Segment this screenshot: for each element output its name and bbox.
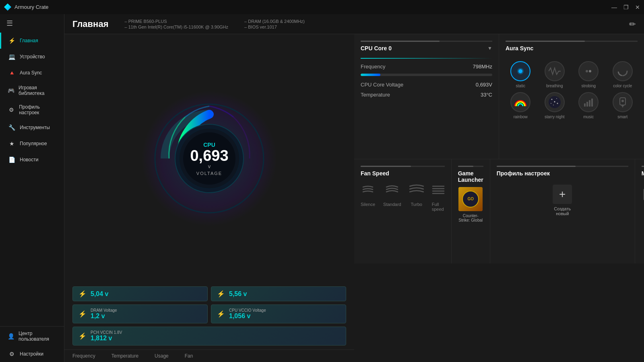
aura-starry-night[interactable]: starry night — [540, 92, 570, 119]
cpu-core-dropdown[interactable]: ▼ — [487, 45, 492, 51]
user-center-label: Центр пользователя — [19, 331, 58, 342]
voltage-label: CPU Core Voltage — [361, 82, 403, 88]
svg-rect-18 — [586, 102, 588, 107]
sidebar-item-device[interactable]: 💻 Устройство — [0, 49, 64, 65]
cpu-stats-panel: CPU Core 0 ▼ Frequency 798MHz CPU Co — [354, 34, 499, 159]
sidebar-item-aura[interactable]: 🔺 Aura Sync — [0, 65, 64, 81]
breathing-icon — [545, 61, 565, 81]
pch-voltage-card: ⚡ PCH VCCIN 1.8V 1,812 v — [72, 327, 346, 346]
create-new-profile-button[interactable]: + Создатьновый — [497, 185, 628, 216]
fan-options: Silence Standard — [361, 183, 445, 212]
frequency-label: Frequency — [361, 64, 385, 70]
profile-content: Войти Добро пожаловать в ARMOURY CRATE — [642, 181, 644, 206]
settings-label: Настройки — [20, 351, 43, 357]
titlebar-left: Armoury Crate — [4, 4, 49, 11]
fan-standard-icon — [386, 183, 398, 199]
news-icon: 📄 — [8, 156, 16, 164]
aura-scroll — [506, 41, 638, 42]
close-button[interactable]: ✕ — [635, 4, 640, 10]
voltage-bottom-row: ⚡ PCH VCCIN 1.8V 1,812 v — [72, 327, 346, 346]
col-usage: Usage — [155, 353, 169, 359]
fan-full-speed[interactable]: Full speed — [432, 183, 445, 212]
svg-point-6 — [586, 70, 588, 72]
fan-standard-label: Standard — [383, 202, 401, 207]
content-main: CPU 0,693 v VOLTAGE ⚡ 5,04 — [64, 34, 644, 362]
starry-night-icon — [545, 92, 565, 112]
game-csgo[interactable]: GO Counter-Strike: Global — [458, 187, 483, 222]
cpu-vccio-voltage-card: ⚡ CPU VCCIO Voltage 1,056 v — [211, 304, 346, 323]
voltage-row: CPU Core Voltage 0,693V — [361, 82, 492, 88]
cpu-label-bottom: VOLTAGE — [190, 171, 228, 175]
aura-breathing[interactable]: breathing — [540, 61, 570, 88]
settings-icon: ⚙ — [8, 350, 16, 358]
sidebar-item-news[interactable]: 📄 Новости — [0, 152, 64, 168]
fan-standard[interactable]: Standard — [383, 183, 401, 212]
svg-rect-20 — [591, 99, 593, 107]
sidebar-item-settings[interactable]: ⚙ Настройки — [0, 346, 64, 362]
sidebar-item-popular[interactable]: ★ Популярное — [0, 136, 64, 152]
sidebar-item-library[interactable]: 🎮 Игровая библиотека — [0, 81, 64, 100]
strobing-label: strobing — [581, 84, 596, 88]
minimize-button[interactable]: — — [611, 4, 617, 10]
fan-scroll-fill — [361, 166, 411, 167]
sidebar-item-tools[interactable]: 🔧 Инструменты — [0, 119, 64, 136]
cpu-gauge: CPU 0,693 v VOLTAGE — [149, 98, 270, 219]
popular-label: Популярное — [20, 141, 47, 146]
voltage-card-top-1: ⚡ 5,04 v — [72, 286, 208, 301]
sidebar-item-profile[interactable]: ⚙ Профиль настроек — [0, 100, 64, 119]
news-label: Новости — [20, 157, 38, 162]
right-panel: CPU Core 0 ▼ Frequency 798MHz CPU Co — [354, 34, 644, 362]
cpu-vccio-label: CPU VCCIO Voltage — [229, 308, 340, 313]
titlebar: Armoury Crate — ❐ ✕ — [0, 0, 644, 14]
bottom-row: Fan Speed Silence — [354, 159, 644, 263]
sidebar: ☰ ⚡ Главная 💻 Устройство 🔺 Aura Sync 🎮 И… — [0, 14, 64, 362]
popular-icon: ★ — [8, 140, 16, 148]
settings-scroll-fill — [497, 166, 576, 167]
cpu-unit: v — [190, 163, 228, 169]
cpu-stats-divider — [361, 58, 492, 59]
maximize-button[interactable]: ❐ — [623, 4, 629, 10]
content-header: Главная – PRIME B560-PLUS – 11th Gen Int… — [64, 14, 644, 34]
aura-rainbow[interactable]: rainbow — [506, 92, 536, 119]
temperature-label: Temperature — [361, 92, 390, 98]
header-edit-icon[interactable]: ✏ — [629, 19, 636, 29]
aura-static[interactable]: static — [506, 61, 536, 88]
frequency-bar — [361, 74, 492, 76]
aura-sync-panel: Aura Sync stat — [499, 34, 644, 159]
app-logo-icon — [4, 4, 11, 11]
csgo-logo: GO — [462, 191, 479, 208]
sidebar-bottom: 👤 Центр пользователя ⚙ Настройки — [0, 326, 64, 362]
titlebar-controls: — ❐ ✕ — [611, 4, 640, 10]
aura-smart[interactable]: smart — [608, 92, 638, 119]
hamburger-menu[interactable]: ☰ — [0, 14, 64, 33]
fan-silence[interactable]: Silence — [361, 183, 375, 212]
user-center-icon: 👤 — [8, 332, 14, 340]
static-icon — [510, 61, 530, 81]
settings-profile-panel: Профиль настроек + Создатьновый — [490, 159, 635, 263]
aura-strobing[interactable]: strobing — [574, 61, 604, 88]
tools-icon: 🔧 — [8, 123, 16, 132]
fan-turbo[interactable]: Turbo — [409, 183, 424, 212]
device-label: Устройство — [20, 54, 45, 60]
voltage-info-2: 5,56 v — [229, 290, 340, 298]
rainbow-label: rainbow — [514, 115, 528, 119]
profile-icon: ⚙ — [8, 106, 15, 114]
aura-color-cycle[interactable]: color cycle — [608, 61, 638, 88]
header-ram-info: – DRAM (16.0GB & 2400MHz) – BIOS ver.101… — [244, 19, 305, 29]
sidebar-item-user-center[interactable]: 👤 Центр пользователя — [0, 327, 64, 346]
pch-voltage-value: 1,812 v — [91, 335, 340, 342]
csgo-thumbnail: GO — [458, 187, 483, 211]
rainbow-icon — [510, 92, 530, 112]
library-icon: 🎮 — [8, 86, 14, 95]
my-profile-title: Мой профиль — [642, 170, 644, 177]
static-label: static — [516, 84, 525, 88]
header-cpu: – 11th Gen Intel(R) Core(TM) i5-11600K @… — [124, 25, 228, 29]
sidebar-item-home[interactable]: ⚡ Главная — [0, 33, 64, 49]
fan-speed-panel: Fan Speed Silence — [354, 159, 452, 263]
aura-music[interactable]: music — [574, 92, 604, 119]
cpu-vccio-info: CPU VCCIO Voltage 1,056 v — [229, 308, 340, 320]
dram-voltage-value: 1,2 v — [91, 313, 202, 320]
fan-turbo-icon — [409, 183, 424, 199]
my-profile-scroll — [642, 166, 644, 167]
create-label: Создатьновый — [554, 206, 571, 216]
